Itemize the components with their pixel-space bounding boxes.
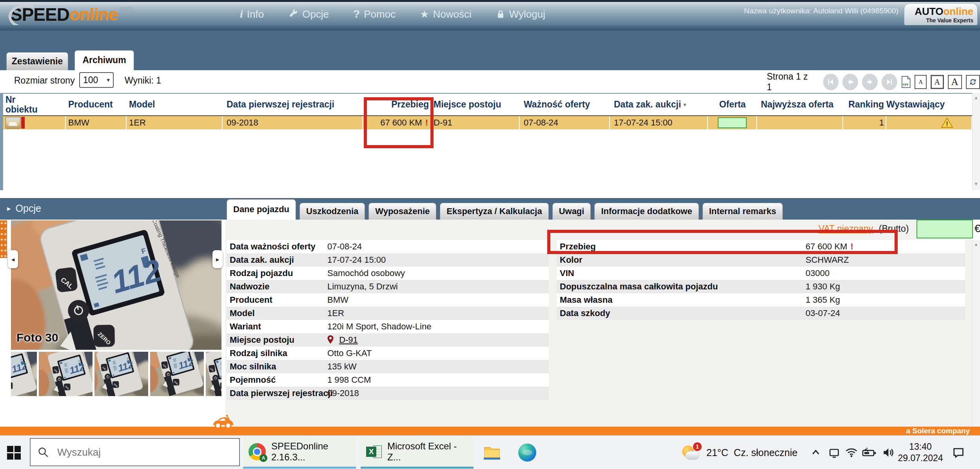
col-header-waznosc-oferty[interactable]: Ważność oferty bbox=[520, 93, 610, 116]
oferta-input[interactable] bbox=[718, 117, 747, 128]
tab-wyposazenie[interactable]: Wyposażenie bbox=[368, 203, 436, 220]
col-header-ranking[interactable]: Ranking bbox=[843, 93, 886, 116]
taskbar-app-excel[interactable]: X Microsoft Excel - Z... bbox=[361, 436, 474, 469]
font-size-medium-button[interactable]: A bbox=[931, 75, 944, 89]
search-input[interactable] bbox=[56, 446, 205, 459]
row-cell-najwyzsza-oferta[interactable] bbox=[757, 116, 843, 129]
opcje-panel-toggle[interactable]: ▸ Opcje bbox=[7, 203, 41, 214]
detail-row: Pojemność1 998 CCM bbox=[227, 373, 549, 387]
row-cell-data-rejestracji[interactable]: 09-2018 bbox=[223, 116, 363, 129]
tab-ekspertyza-kalkulacja[interactable]: Ekspertyza / Kalkulacja bbox=[440, 203, 548, 220]
tab-internal-remarks[interactable]: Internal remarks bbox=[702, 203, 783, 220]
photo-thumbnail[interactable] bbox=[94, 352, 148, 396]
col-header-producent[interactable]: Producent bbox=[66, 93, 127, 116]
detail-label: Model bbox=[230, 307, 255, 320]
tab-dane-pojazdu[interactable]: Dane pojazdu bbox=[227, 199, 296, 220]
row-cell-oferta[interactable] bbox=[708, 116, 757, 129]
top-menu: i Info Opcje ? Pomoc ★ Nowości Wyloguj bbox=[240, 8, 545, 20]
menu-item-wyloguj[interactable]: Wyloguj bbox=[496, 8, 545, 20]
last-page-button[interactable] bbox=[882, 74, 897, 90]
first-page-button[interactable] bbox=[823, 74, 839, 90]
vehicle-photo-main[interactable]: Foto 30 bbox=[11, 220, 221, 350]
col-header-miejsce-postoju[interactable]: Miejsce postoju bbox=[431, 93, 520, 116]
menu-item-pomoc[interactable]: ? Pomoc bbox=[353, 8, 396, 20]
photo-thumbnail[interactable] bbox=[39, 352, 93, 396]
photo-thumbnail[interactable] bbox=[150, 352, 204, 396]
row-cell-nr-obiektu[interactable] bbox=[3, 116, 66, 129]
table-scroll-down-icon[interactable]: ▼ bbox=[972, 181, 980, 187]
tab-uszkodzenia[interactable]: Uszkodzenia bbox=[299, 203, 365, 220]
side-panel-handle[interactable] bbox=[0, 220, 7, 258]
tab-informacje-dodatkowe[interactable]: Informacje dodatkowe bbox=[594, 203, 699, 220]
table-scroll-up-icon[interactable]: ▲ bbox=[972, 95, 980, 100]
detail-row-przebieg: Przebieg 67 600 KM! bbox=[557, 240, 965, 253]
tab-uwagi[interactable]: Uwagi bbox=[552, 203, 591, 220]
tab-archiwum[interactable]: Archiwum bbox=[74, 50, 134, 70]
tray-tablet-mode[interactable] bbox=[828, 436, 840, 469]
details-scroll-up-icon[interactable]: ▲ bbox=[972, 242, 980, 247]
tray-expand-button[interactable] bbox=[810, 436, 822, 469]
col-header-model[interactable]: Model bbox=[127, 93, 223, 116]
warning-icon[interactable]: ! bbox=[941, 117, 953, 128]
csv-export-icon[interactable]: csv bbox=[901, 76, 911, 88]
detail-row: Data zak. aukcji17-07-24 15:00 bbox=[227, 253, 549, 267]
file-explorer-icon[interactable] bbox=[483, 444, 501, 461]
parking-location-link[interactable]: D-91 bbox=[339, 335, 358, 345]
offer-amount-input[interactable] bbox=[916, 220, 973, 238]
row-cell-miejsce-postoju[interactable]: D-91 bbox=[431, 116, 520, 129]
col-header-najwyzsza-oferta[interactable]: Najwyższa oferta bbox=[757, 93, 843, 116]
row-cell-przebieg[interactable]: 67 600 KM ! bbox=[363, 116, 431, 129]
photo-prev-button[interactable]: ◂ bbox=[8, 250, 18, 268]
row-cell-ranking[interactable]: 1 bbox=[843, 116, 886, 129]
refresh-button[interactable] bbox=[966, 75, 980, 89]
last-page-icon bbox=[886, 78, 893, 86]
edge-icon[interactable] bbox=[518, 444, 536, 462]
font-size-small-button[interactable]: A bbox=[915, 75, 927, 89]
top-bar: SPEEDonlineweb i Info Opcje ? Pomoc ★ No… bbox=[0, 0, 980, 25]
detail-value: 1 998 CCM bbox=[327, 373, 371, 387]
svg-text:!: ! bbox=[946, 121, 948, 127]
page-size-value: 100 bbox=[83, 75, 98, 85]
taskbar-weather[interactable]: 1 21°C Cz. słonecznie bbox=[682, 436, 797, 469]
detail-label: Dopuszczalna masa całkowita pojazdu bbox=[560, 280, 718, 293]
col-header-oferta[interactable]: Oferta bbox=[708, 93, 757, 116]
vehicle-photo-thumbnail-icon[interactable] bbox=[5, 117, 20, 129]
row-cell-model[interactable]: 1ER bbox=[127, 116, 223, 129]
col-header-nr-obiektu[interactable]: Nr obiektu bbox=[3, 93, 66, 116]
weather-temp: 21°C bbox=[706, 447, 728, 458]
col-header-data-rejestracji[interactable]: Data pierwszej rejestracji bbox=[223, 93, 363, 116]
detail-value: Limuzyna, 5 Drzwi bbox=[327, 280, 398, 293]
col-header-wystawiajacy[interactable]: Wystawiający bbox=[886, 93, 972, 116]
row-cell-producent[interactable]: BMW bbox=[66, 116, 127, 129]
detail-value: 1ER bbox=[327, 307, 344, 320]
photo-next-button[interactable]: ▸ bbox=[212, 250, 223, 268]
tray-battery[interactable] bbox=[862, 436, 877, 469]
next-page-button[interactable] bbox=[862, 74, 878, 90]
taskbar-clock[interactable]: 13:40 29.07.2024 bbox=[898, 441, 943, 464]
tray-volume[interactable] bbox=[881, 436, 895, 469]
row-cell-waznosc-oferty[interactable]: 07-08-24 bbox=[520, 116, 610, 129]
taskbar-search[interactable] bbox=[30, 438, 240, 466]
row-cell-wystawiajacy[interactable]: ! bbox=[886, 116, 972, 129]
action-center-button[interactable] bbox=[952, 436, 965, 469]
photo-thumbnail[interactable] bbox=[206, 352, 221, 396]
tab-strip-background bbox=[0, 31, 980, 70]
table-scrollbar[interactable] bbox=[972, 93, 980, 190]
menu-item-info[interactable]: i Info bbox=[240, 8, 264, 20]
row-cell-data-zak-aukcji[interactable]: 17-07-24 15:00 bbox=[610, 116, 708, 129]
menu-item-opcje[interactable]: Opcje bbox=[288, 8, 329, 20]
photo-thumbnail[interactable] bbox=[11, 352, 37, 396]
menu-item-nowosci[interactable]: ★ Nowości bbox=[420, 8, 472, 20]
tab-zestawienie[interactable]: Zestawienie bbox=[6, 52, 68, 70]
font-size-large-button[interactable]: A bbox=[948, 75, 962, 89]
tray-wifi[interactable] bbox=[845, 436, 858, 469]
details-scrollbar[interactable] bbox=[972, 240, 980, 427]
page-size-select[interactable]: 100 ▾ bbox=[79, 72, 114, 88]
menu-label: Opcje bbox=[302, 8, 329, 20]
col-header-data-zak-aukcji[interactable]: Data zak. aukcji ▾ bbox=[610, 93, 708, 116]
col-header-przebieg[interactable]: Przebieg bbox=[363, 93, 431, 116]
prev-page-button[interactable] bbox=[842, 74, 858, 90]
photo-next-icon: ▸ bbox=[216, 256, 219, 263]
start-button[interactable] bbox=[7, 446, 21, 460]
taskbar-app-speedonline[interactable]: A SPEEDonline 2.16.3... bbox=[243, 436, 356, 469]
